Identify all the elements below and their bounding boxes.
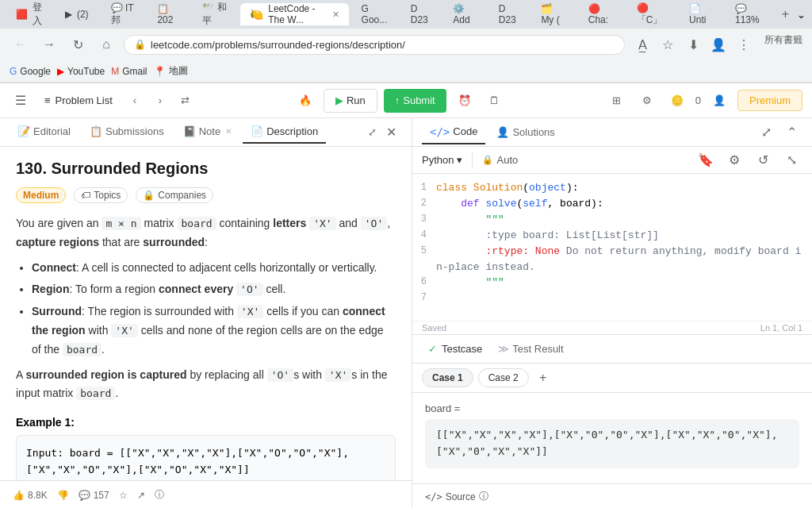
tab-202[interactable]: 📋 202 <box>147 3 190 25</box>
tab-favicon: 🟥 <box>16 9 28 20</box>
back-button[interactable]: ← <box>10 33 32 56</box>
shuffle-button[interactable]: ⇄ <box>176 91 195 110</box>
sidebar-toggle-icon[interactable]: ☰ <box>10 90 32 112</box>
tab-113[interactable]: 💬 113% <box>726 3 774 25</box>
content-area: 📝 Editorial 📋 Submissions 📓 Note ✕ 📄 Des… <box>0 118 812 508</box>
tab-itbang[interactable]: 💬 IT邦 <box>102 3 145 25</box>
right-bottom-bar: </> Source ⓘ <box>412 483 812 508</box>
board-field-label: board = <box>425 402 799 414</box>
bullet-surround: Surround: The region is surrounded with … <box>32 302 396 359</box>
likes-stat[interactable]: 👍 8.8K <box>13 490 48 501</box>
home-button[interactable]: ⌂ <box>95 33 117 56</box>
bookmark-maps[interactable]: 📍 地圖 <box>154 64 188 78</box>
reload-button[interactable]: ↻ <box>67 33 89 56</box>
translate-icon[interactable]: A̲ <box>631 33 653 56</box>
bullet-region: Region: To form a region connect every '… <box>32 280 396 299</box>
thumbs-up-icon: 👍 <box>13 490 25 501</box>
tab-editorial[interactable]: 📝 Editorial <box>10 121 79 144</box>
info-stat[interactable]: ⓘ <box>155 488 164 502</box>
tab-my[interactable]: 🗂️ My ( <box>531 3 575 25</box>
dislikes-stat[interactable]: 👎 <box>57 490 69 501</box>
nav-icons: A̲ ☆ ⬇ 👤 ⋮ 所有書籤 <box>631 33 802 56</box>
forward-button[interactable]: → <box>38 33 60 56</box>
tab-youtube[interactable]: ▶ (2) <box>56 3 98 25</box>
bookmarks-label[interactable]: 所有書籤 <box>764 33 802 56</box>
bookmark-stat[interactable]: ☆ <box>119 490 128 501</box>
note-close-icon[interactable]: ✕ <box>225 127 232 136</box>
share-stat[interactable]: ↗ <box>137 490 145 501</box>
tab-heping[interactable]: 🕊️ 和平 <box>193 3 237 25</box>
profile-icon[interactable]: 👤 <box>707 33 730 56</box>
avatar-icon[interactable]: 👤 <box>707 89 731 113</box>
address-bar[interactable]: 🔒 leetcode.com/problems/surrounded-regio… <box>124 35 625 55</box>
right-collapse-icon[interactable]: ⌃ <box>780 121 802 144</box>
tab-note[interactable]: 📓 Note ✕ <box>175 121 239 144</box>
premium-button[interactable]: Premium <box>737 90 802 111</box>
note-icon[interactable]: 🗒 <box>483 89 507 113</box>
bookmark-editor-icon[interactable]: 🔖 <box>695 149 717 171</box>
case-1-button[interactable]: Case 1 <box>422 368 473 387</box>
test-result-tab[interactable]: ≫ Test Result <box>492 340 569 358</box>
code-line-1: 1 class Solution(object): <box>412 180 812 196</box>
case-buttons: Case 1 Case 2 + <box>412 364 812 393</box>
bookmark-google[interactable]: G Google <box>10 66 51 77</box>
right-expand-icon[interactable]: ⤢ <box>755 121 777 144</box>
undo-icon[interactable]: ↺ <box>752 149 774 171</box>
testcase-tab[interactable]: ✓ Testcase <box>422 340 488 358</box>
tab-close-icon[interactable]: ✕ <box>332 10 339 20</box>
code-area[interactable]: 1 class Solution(object): 2 def solve(se… <box>412 174 812 321</box>
bookmark-gmail[interactable]: M Gmail <box>111 66 147 77</box>
fullscreen-icon[interactable]: ⤡ <box>780 149 802 171</box>
right-panel-tabs: </> Code 👤 Solutions ⤢ ⌃ <box>412 118 812 147</box>
tab-d23a[interactable]: D D23 <box>401 3 441 25</box>
tab-submissions[interactable]: 📋 Submissions <box>82 121 172 144</box>
tab-solutions[interactable]: 👤 Solutions <box>488 121 562 143</box>
download-icon[interactable]: ⬇ <box>682 33 704 56</box>
prev-problem-button[interactable]: ‹ <box>125 91 144 110</box>
left-close-icon[interactable]: ✕ <box>380 121 402 144</box>
tab-description[interactable]: 📄 Description <box>243 121 326 144</box>
tab-cha[interactable]: 🔴 Cha: <box>579 3 624 25</box>
testcase-area: ✓ Testcase ≫ Test Result Case 1 Case 2 +… <box>412 334 812 508</box>
timer-icon[interactable]: ⏰ <box>453 89 477 113</box>
new-tab-button[interactable]: + <box>777 3 794 25</box>
comments-stat[interactable]: 💬 157 <box>79 490 109 501</box>
tab-leetcode[interactable]: 🍋 LeetCode - The W... ✕ <box>240 3 348 25</box>
layout-icon[interactable]: ⊞ <box>605 89 629 113</box>
add-case-button[interactable]: + <box>534 368 553 387</box>
fire-icon[interactable]: 🔥 <box>293 89 317 113</box>
run-button[interactable]: ▶ Run <box>324 89 377 113</box>
lock-icon: 🔒 <box>143 190 155 201</box>
desc-intro: You are given an m × n matrix board cont… <box>16 214 396 252</box>
topics-button[interactable]: 🏷 Topics <box>74 187 128 203</box>
tab-overflow[interactable]: ⌄ <box>797 9 806 21</box>
difficulty-badge: Medium <box>16 187 66 203</box>
testcase-content: board = [["X","X","X","X"],["X","0","0",… <box>412 393 812 483</box>
settings-icon[interactable]: ⚙ <box>635 89 659 113</box>
more-icon[interactable]: ⋮ <box>733 33 755 56</box>
case-2-button[interactable]: Case 2 <box>478 368 529 387</box>
companies-button[interactable]: 🔒 Companies <box>136 187 213 203</box>
tab-unti[interactable]: 📄 Unti <box>680 3 722 25</box>
tab-d23b[interactable]: D D23 <box>489 3 529 25</box>
next-problem-button[interactable]: › <box>151 91 170 110</box>
bookmark-icon[interactable]: ☆ <box>657 33 679 56</box>
settings-editor-icon[interactable]: ⚙ <box>723 149 745 171</box>
auto-selector[interactable]: 🔒 Auto <box>482 154 518 166</box>
bookmark-youtube[interactable]: ▶ YouTube <box>57 66 105 77</box>
right-panel: </> Code 👤 Solutions ⤢ ⌃ Python ▾ <box>412 118 812 508</box>
board-field-value[interactable]: [["X","X","X","X"],["X","0","0","X"],["X… <box>425 419 799 468</box>
submit-upload-icon: ↑ <box>395 94 400 106</box>
coin-icon[interactable]: 🪙 <box>665 89 689 113</box>
tab-code[interactable]: </> Code <box>422 121 485 144</box>
note-icon: 📓 <box>183 125 196 137</box>
tab-dengru[interactable]: 🟥 登入 <box>6 3 52 25</box>
tab-c[interactable]: 🔴 「C」 <box>627 3 676 25</box>
left-expand-icon[interactable]: ⤢ <box>368 126 377 138</box>
tab-add[interactable]: ⚙️ Add <box>443 3 485 25</box>
problem-list-button[interactable]: ≡ Problem List <box>38 91 119 110</box>
source-link[interactable]: </> Source ⓘ <box>425 490 488 503</box>
language-selector[interactable]: Python ▾ <box>422 154 462 166</box>
submit-button[interactable]: ↑ Submit <box>384 89 446 113</box>
tab-google[interactable]: G Goo... <box>352 3 398 25</box>
